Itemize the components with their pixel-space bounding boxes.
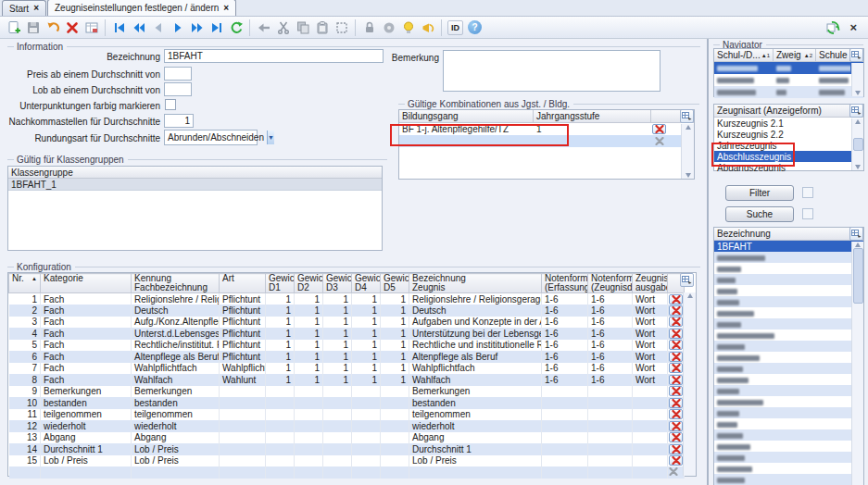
list-item[interactable] xyxy=(714,285,863,296)
tab-close-icon[interactable]: × xyxy=(33,4,39,13)
list-item[interactable] xyxy=(714,363,863,374)
delete-row-button[interactable] xyxy=(669,329,683,339)
column-header[interactable]: KennungFachbezeichnung xyxy=(132,274,220,293)
delete-row-button[interactable] xyxy=(669,305,683,316)
scroll-up-icon[interactable] xyxy=(686,125,691,130)
paste-icon[interactable] xyxy=(312,18,332,37)
switch-view-icon[interactable] xyxy=(823,18,842,37)
table-row[interactable]: 1FachReligionslehre / Religion...Pflicht… xyxy=(9,293,685,305)
table-row[interactable]: 10bestandenbestandenbestanden xyxy=(9,397,685,409)
list-item[interactable] xyxy=(714,318,863,330)
column-header[interactable]: GewichtD2 xyxy=(295,274,323,293)
school-scrollbar[interactable] xyxy=(851,63,863,96)
edit-table-icon[interactable] xyxy=(82,18,101,37)
column-header-jahrgangsstufe[interactable]: Jahrgangsstufe xyxy=(534,110,651,122)
scroll-down-icon[interactable] xyxy=(855,91,861,95)
column-header[interactable]: Zeugnis-ausgabe xyxy=(633,274,668,293)
konfiguration-table-menu-icon[interactable] xyxy=(680,273,694,287)
chevron-down-icon[interactable]: ▼ xyxy=(267,131,274,144)
scrollbar-thumb[interactable] xyxy=(853,248,863,304)
delete-row-button[interactable] xyxy=(669,409,683,419)
rundungsart-select[interactable]: Abrunden/Abschneiden ▼ xyxy=(164,130,258,145)
delete-icon[interactable] xyxy=(62,18,82,37)
scroll-up-icon[interactable] xyxy=(687,293,693,298)
column-header-zweig[interactable]: Zweig▲2 xyxy=(774,49,816,61)
delete-row-button[interactable] xyxy=(652,136,666,146)
column-header[interactable]: Notenformat(Erfassung) xyxy=(542,274,588,293)
table-row-empty[interactable] xyxy=(9,466,685,479)
list-item[interactable] xyxy=(714,263,863,274)
delete-row-button[interactable] xyxy=(652,124,666,134)
column-header-zeugnisart[interactable]: Zeugnisart (Anzeigeform) xyxy=(714,105,863,117)
list-item[interactable]: 1BFAHT xyxy=(714,241,863,252)
column-header[interactable]: Notenformat(Zeugnisdruck) xyxy=(588,274,633,293)
list-item[interactable] xyxy=(714,429,863,441)
bezeichnung-scrollbar[interactable] xyxy=(851,242,863,485)
list-item[interactable] xyxy=(714,307,863,318)
list-item[interactable] xyxy=(714,374,863,385)
table-row[interactable]: 13AbgangAbgangAbgang xyxy=(9,432,685,444)
table-row[interactable]: 15Lob / PreisLob / PreisLob / Preis xyxy=(9,455,685,467)
tab-close-icon[interactable]: × xyxy=(223,4,229,13)
tab-zeugniseinstellungen[interactable]: Zeugniseinstellungen festlegen / ändern … xyxy=(47,0,236,16)
table-row[interactable]: 5FachRechtliche/instititut. Rah...Pflich… xyxy=(9,340,685,352)
list-item[interactable]: Kurszeugnis 2.1 xyxy=(714,118,863,129)
zeugnisart-scrollbar[interactable] xyxy=(851,118,863,170)
nachkomma-input[interactable]: 1 xyxy=(164,114,194,128)
delete-row-button[interactable] xyxy=(669,340,683,350)
list-item[interactable] xyxy=(714,441,863,452)
id-icon[interactable]: ID xyxy=(446,18,465,37)
column-header[interactable]: Art xyxy=(220,274,266,293)
nav-first-icon[interactable] xyxy=(109,18,129,37)
kombinationen-scrollbar[interactable] xyxy=(681,124,694,179)
scroll-down-icon[interactable] xyxy=(855,165,861,169)
copy-icon[interactable] xyxy=(293,18,312,37)
filter-button[interactable]: Filter xyxy=(725,185,794,201)
unterpunktungen-checkbox[interactable] xyxy=(165,99,176,110)
panel-close-icon[interactable]: × xyxy=(849,21,857,33)
bezeichnung-input[interactable]: 1BFAHT xyxy=(164,49,384,63)
table-row[interactable]: 12wiederholtwiederholtwiederholt xyxy=(9,420,685,432)
save-icon[interactable] xyxy=(23,18,43,37)
column-header-bildungsgang[interactable]: Bildungsgang xyxy=(399,110,534,122)
delete-row-button[interactable] xyxy=(669,386,683,396)
delete-row-button[interactable] xyxy=(669,375,683,385)
delete-row-button[interactable] xyxy=(669,467,678,478)
list-item[interactable] xyxy=(714,463,863,474)
delete-row-button[interactable] xyxy=(669,294,683,305)
column-header[interactable]: GewichtD3 xyxy=(323,274,352,293)
list-item[interactable] xyxy=(714,474,863,485)
preis-input[interactable] xyxy=(164,67,192,81)
list-item[interactable] xyxy=(714,407,863,418)
refresh-icon[interactable] xyxy=(226,18,245,37)
column-header[interactable]: BezeichnungZeugnis xyxy=(409,274,542,293)
undo-icon[interactable] xyxy=(43,18,62,37)
column-header-schule[interactable]: Schule xyxy=(816,49,850,61)
table-row[interactable]: 6FachAltenpflege als BerufPflichtunt1111… xyxy=(9,351,685,363)
nav-last-icon[interactable] xyxy=(207,18,226,37)
nav-fast-next-icon[interactable] xyxy=(187,18,207,37)
back-icon[interactable] xyxy=(254,18,273,37)
bezeichnung-table-menu-icon[interactable] xyxy=(849,227,863,241)
nav-prev-icon[interactable] xyxy=(148,18,168,37)
splitter[interactable] xyxy=(707,39,709,485)
school-table-menu-icon[interactable] xyxy=(849,48,863,62)
table-row[interactable] xyxy=(714,86,863,98)
scroll-down-icon[interactable] xyxy=(686,173,691,178)
nav-next-icon[interactable] xyxy=(168,18,187,37)
table-row[interactable] xyxy=(714,62,863,74)
lob-input[interactable] xyxy=(164,82,192,96)
tab-start[interactable]: Start × xyxy=(2,0,46,16)
list-item[interactable] xyxy=(714,452,863,463)
delete-row-button[interactable] xyxy=(669,421,683,431)
bemerkung-textarea[interactable] xyxy=(443,50,660,92)
column-header-schule-d[interactable]: Schul-/D...▲1 xyxy=(714,49,774,61)
column-header[interactable]: Kategorie xyxy=(41,274,132,293)
delete-row-button[interactable] xyxy=(669,455,683,466)
table-row[interactable] xyxy=(714,74,863,86)
konfiguration-scrollbar[interactable] xyxy=(683,292,696,476)
column-header[interactable]: GewichtD1 xyxy=(266,274,295,293)
list-item[interactable]: Kurszeugnis 2.2 xyxy=(714,129,863,140)
delete-row-button[interactable] xyxy=(669,352,683,362)
list-item[interactable] xyxy=(714,385,863,396)
